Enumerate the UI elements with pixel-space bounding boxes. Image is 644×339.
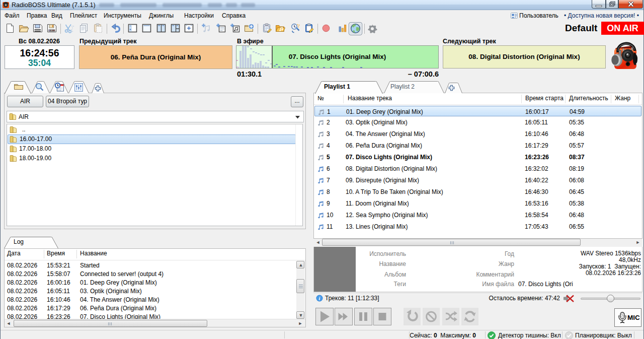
svg-text:i: i [319, 296, 320, 301]
